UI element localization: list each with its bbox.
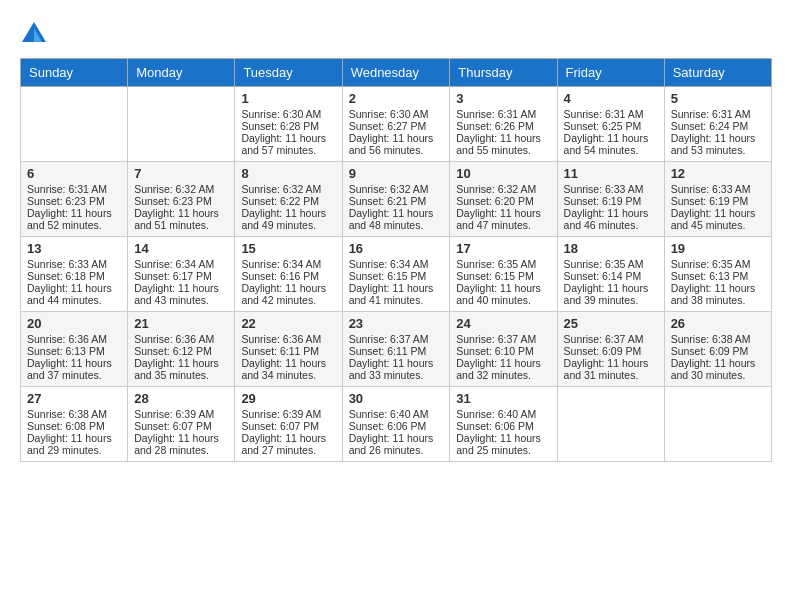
- day-number: 11: [564, 166, 658, 181]
- calendar-cell: 11Sunrise: 6:33 AMSunset: 6:19 PMDayligh…: [557, 162, 664, 237]
- day-number: 17: [456, 241, 550, 256]
- sunset-text: Sunset: 6:10 PM: [456, 345, 550, 357]
- sunrise-text: Sunrise: 6:32 AM: [456, 183, 550, 195]
- calendar-cell: 6Sunrise: 6:31 AMSunset: 6:23 PMDaylight…: [21, 162, 128, 237]
- calendar-cell: 21Sunrise: 6:36 AMSunset: 6:12 PMDayligh…: [128, 312, 235, 387]
- calendar-cell: 26Sunrise: 6:38 AMSunset: 6:09 PMDayligh…: [664, 312, 771, 387]
- week-row-2: 6Sunrise: 6:31 AMSunset: 6:23 PMDaylight…: [21, 162, 772, 237]
- daylight-text: Daylight: 11 hours and 31 minutes.: [564, 357, 658, 381]
- day-number: 13: [27, 241, 121, 256]
- sunrise-text: Sunrise: 6:34 AM: [134, 258, 228, 270]
- daylight-text: Daylight: 11 hours and 49 minutes.: [241, 207, 335, 231]
- sunrise-text: Sunrise: 6:34 AM: [349, 258, 444, 270]
- sunset-text: Sunset: 6:23 PM: [134, 195, 228, 207]
- sunrise-text: Sunrise: 6:31 AM: [27, 183, 121, 195]
- day-number: 15: [241, 241, 335, 256]
- daylight-text: Daylight: 11 hours and 27 minutes.: [241, 432, 335, 456]
- sunrise-text: Sunrise: 6:30 AM: [349, 108, 444, 120]
- logo-icon: [20, 20, 48, 48]
- calendar-cell: 22Sunrise: 6:36 AMSunset: 6:11 PMDayligh…: [235, 312, 342, 387]
- sunset-text: Sunset: 6:24 PM: [671, 120, 765, 132]
- sunrise-text: Sunrise: 6:40 AM: [349, 408, 444, 420]
- daylight-text: Daylight: 11 hours and 38 minutes.: [671, 282, 765, 306]
- sunrise-text: Sunrise: 6:33 AM: [564, 183, 658, 195]
- column-header-thursday: Thursday: [450, 59, 557, 87]
- calendar-cell: 23Sunrise: 6:37 AMSunset: 6:11 PMDayligh…: [342, 312, 450, 387]
- day-number: 5: [671, 91, 765, 106]
- sunrise-text: Sunrise: 6:37 AM: [564, 333, 658, 345]
- sunset-text: Sunset: 6:28 PM: [241, 120, 335, 132]
- day-number: 19: [671, 241, 765, 256]
- sunrise-text: Sunrise: 6:31 AM: [456, 108, 550, 120]
- calendar-cell: 27Sunrise: 6:38 AMSunset: 6:08 PMDayligh…: [21, 387, 128, 462]
- calendar-cell: [664, 387, 771, 462]
- column-header-wednesday: Wednesday: [342, 59, 450, 87]
- calendar-cell: 10Sunrise: 6:32 AMSunset: 6:20 PMDayligh…: [450, 162, 557, 237]
- day-number: 2: [349, 91, 444, 106]
- day-number: 12: [671, 166, 765, 181]
- day-number: 28: [134, 391, 228, 406]
- calendar-cell: [128, 87, 235, 162]
- sunrise-text: Sunrise: 6:37 AM: [456, 333, 550, 345]
- sunset-text: Sunset: 6:23 PM: [27, 195, 121, 207]
- day-number: 6: [27, 166, 121, 181]
- day-number: 7: [134, 166, 228, 181]
- daylight-text: Daylight: 11 hours and 34 minutes.: [241, 357, 335, 381]
- day-number: 9: [349, 166, 444, 181]
- calendar-cell: 5Sunrise: 6:31 AMSunset: 6:24 PMDaylight…: [664, 87, 771, 162]
- day-number: 3: [456, 91, 550, 106]
- daylight-text: Daylight: 11 hours and 52 minutes.: [27, 207, 121, 231]
- daylight-text: Daylight: 11 hours and 54 minutes.: [564, 132, 658, 156]
- sunrise-text: Sunrise: 6:38 AM: [27, 408, 121, 420]
- sunset-text: Sunset: 6:13 PM: [27, 345, 121, 357]
- calendar-cell: 7Sunrise: 6:32 AMSunset: 6:23 PMDaylight…: [128, 162, 235, 237]
- sunset-text: Sunset: 6:26 PM: [456, 120, 550, 132]
- daylight-text: Daylight: 11 hours and 26 minutes.: [349, 432, 444, 456]
- calendar-cell: 24Sunrise: 6:37 AMSunset: 6:10 PMDayligh…: [450, 312, 557, 387]
- calendar-cell: 2Sunrise: 6:30 AMSunset: 6:27 PMDaylight…: [342, 87, 450, 162]
- week-row-4: 20Sunrise: 6:36 AMSunset: 6:13 PMDayligh…: [21, 312, 772, 387]
- daylight-text: Daylight: 11 hours and 30 minutes.: [671, 357, 765, 381]
- calendar-cell: 15Sunrise: 6:34 AMSunset: 6:16 PMDayligh…: [235, 237, 342, 312]
- daylight-text: Daylight: 11 hours and 41 minutes.: [349, 282, 444, 306]
- week-row-5: 27Sunrise: 6:38 AMSunset: 6:08 PMDayligh…: [21, 387, 772, 462]
- daylight-text: Daylight: 11 hours and 39 minutes.: [564, 282, 658, 306]
- sunset-text: Sunset: 6:18 PM: [27, 270, 121, 282]
- day-number: 1: [241, 91, 335, 106]
- calendar-cell: 19Sunrise: 6:35 AMSunset: 6:13 PMDayligh…: [664, 237, 771, 312]
- daylight-text: Daylight: 11 hours and 40 minutes.: [456, 282, 550, 306]
- sunset-text: Sunset: 6:13 PM: [671, 270, 765, 282]
- sunrise-text: Sunrise: 6:32 AM: [134, 183, 228, 195]
- day-number: 24: [456, 316, 550, 331]
- calendar-cell: 29Sunrise: 6:39 AMSunset: 6:07 PMDayligh…: [235, 387, 342, 462]
- daylight-text: Daylight: 11 hours and 53 minutes.: [671, 132, 765, 156]
- calendar-cell: 28Sunrise: 6:39 AMSunset: 6:07 PMDayligh…: [128, 387, 235, 462]
- sunrise-text: Sunrise: 6:35 AM: [456, 258, 550, 270]
- calendar-header-row: SundayMondayTuesdayWednesdayThursdayFrid…: [21, 59, 772, 87]
- sunset-text: Sunset: 6:08 PM: [27, 420, 121, 432]
- calendar-cell: [557, 387, 664, 462]
- calendar-cell: 17Sunrise: 6:35 AMSunset: 6:15 PMDayligh…: [450, 237, 557, 312]
- sunrise-text: Sunrise: 6:36 AM: [27, 333, 121, 345]
- column-header-monday: Monday: [128, 59, 235, 87]
- day-number: 26: [671, 316, 765, 331]
- calendar-cell: 25Sunrise: 6:37 AMSunset: 6:09 PMDayligh…: [557, 312, 664, 387]
- calendar-cell: 9Sunrise: 6:32 AMSunset: 6:21 PMDaylight…: [342, 162, 450, 237]
- sunset-text: Sunset: 6:16 PM: [241, 270, 335, 282]
- daylight-text: Daylight: 11 hours and 43 minutes.: [134, 282, 228, 306]
- day-number: 29: [241, 391, 335, 406]
- sunrise-text: Sunrise: 6:35 AM: [671, 258, 765, 270]
- week-row-1: 1Sunrise: 6:30 AMSunset: 6:28 PMDaylight…: [21, 87, 772, 162]
- sunrise-text: Sunrise: 6:31 AM: [564, 108, 658, 120]
- sunrise-text: Sunrise: 6:33 AM: [671, 183, 765, 195]
- calendar-cell: 4Sunrise: 6:31 AMSunset: 6:25 PMDaylight…: [557, 87, 664, 162]
- sunrise-text: Sunrise: 6:39 AM: [241, 408, 335, 420]
- sunset-text: Sunset: 6:15 PM: [456, 270, 550, 282]
- calendar-cell: 14Sunrise: 6:34 AMSunset: 6:17 PMDayligh…: [128, 237, 235, 312]
- calendar-cell: 12Sunrise: 6:33 AMSunset: 6:19 PMDayligh…: [664, 162, 771, 237]
- sunset-text: Sunset: 6:19 PM: [564, 195, 658, 207]
- sunset-text: Sunset: 6:12 PM: [134, 345, 228, 357]
- sunset-text: Sunset: 6:20 PM: [456, 195, 550, 207]
- calendar-cell: 16Sunrise: 6:34 AMSunset: 6:15 PMDayligh…: [342, 237, 450, 312]
- sunrise-text: Sunrise: 6:31 AM: [671, 108, 765, 120]
